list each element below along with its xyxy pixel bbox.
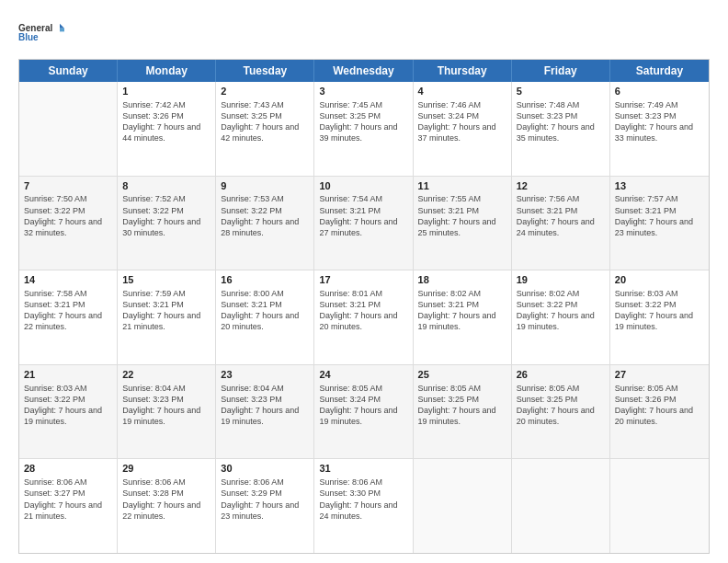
cal-cell-16: 16 Sunrise: 8:00 AMSunset: 3:21 PMDaylig… <box>216 270 314 364</box>
cal-cell-10: 10 Sunrise: 7:54 AMSunset: 3:21 PMDaylig… <box>314 177 413 270</box>
cell-info: Sunrise: 7:43 AMSunset: 3:25 PMDaylight:… <box>221 99 309 144</box>
cell-info: Sunrise: 8:05 AMSunset: 3:24 PMDaylight:… <box>319 383 407 428</box>
day-number: 25 <box>418 368 506 382</box>
day-number: 12 <box>517 179 605 193</box>
day-number: 26 <box>517 368 605 382</box>
cell-info: Sunrise: 8:00 AMSunset: 3:21 PMDaylight:… <box>221 288 309 333</box>
cal-cell-18: 18 Sunrise: 8:02 AMSunset: 3:21 PMDaylig… <box>414 270 512 364</box>
cell-info: Sunrise: 8:05 AMSunset: 3:25 PMDaylight:… <box>418 383 506 428</box>
logo-svg: General Blue <box>18 15 64 50</box>
cell-info: Sunrise: 7:57 AMSunset: 3:21 PMDaylight:… <box>615 193 704 238</box>
cal-row-1: 7 Sunrise: 7:50 AMSunset: 3:22 PMDayligh… <box>19 177 709 271</box>
cell-info: Sunrise: 7:45 AMSunset: 3:25 PMDaylight:… <box>319 99 407 144</box>
day-number: 31 <box>319 462 407 476</box>
day-number: 20 <box>615 273 704 287</box>
cal-cell-empty-4-5 <box>512 459 610 553</box>
cell-info: Sunrise: 8:03 AMSunset: 3:22 PMDaylight:… <box>24 383 112 428</box>
cell-info: Sunrise: 7:55 AMSunset: 3:21 PMDaylight:… <box>418 193 506 238</box>
cal-cell-27: 27 Sunrise: 8:05 AMSunset: 3:26 PMDaylig… <box>610 365 709 459</box>
cell-info: Sunrise: 7:59 AMSunset: 3:21 PMDaylight:… <box>122 288 210 333</box>
cal-cell-empty-4-4 <box>414 459 512 553</box>
day-number: 2 <box>221 85 309 98</box>
cal-cell-28: 28 Sunrise: 8:06 AMSunset: 3:27 PMDaylig… <box>19 459 118 553</box>
day-header-saturday: Saturday <box>610 60 709 82</box>
day-number: 24 <box>319 368 407 382</box>
day-number: 27 <box>615 368 704 382</box>
cal-row-4: 28 Sunrise: 8:06 AMSunset: 3:27 PMDaylig… <box>19 459 709 553</box>
cal-cell-20: 20 Sunrise: 8:03 AMSunset: 3:22 PMDaylig… <box>610 270 709 364</box>
cal-cell-12: 12 Sunrise: 7:56 AMSunset: 3:21 PMDaylig… <box>512 177 610 270</box>
page: General Blue SundayMondayTuesdayWednesda… <box>0 0 728 563</box>
day-header-sunday: Sunday <box>19 60 118 82</box>
day-header-tuesday: Tuesday <box>216 60 314 82</box>
cell-info: Sunrise: 8:02 AMSunset: 3:21 PMDaylight:… <box>418 288 506 333</box>
cal-row-3: 21 Sunrise: 8:03 AMSunset: 3:22 PMDaylig… <box>19 365 709 460</box>
cell-info: Sunrise: 8:04 AMSunset: 3:23 PMDaylight:… <box>122 383 210 428</box>
day-number: 16 <box>221 273 309 287</box>
day-header-monday: Monday <box>118 60 216 82</box>
cal-cell-2: 2 Sunrise: 7:43 AMSunset: 3:25 PMDayligh… <box>216 82 314 176</box>
day-number: 29 <box>122 462 210 476</box>
cell-info: Sunrise: 7:49 AMSunset: 3:23 PMDaylight:… <box>615 99 704 144</box>
cal-cell-empty-4-6 <box>610 459 709 553</box>
cell-info: Sunrise: 8:01 AMSunset: 3:21 PMDaylight:… <box>319 288 407 333</box>
header: General Blue <box>18 15 710 50</box>
day-number: 21 <box>24 368 112 382</box>
cal-cell-11: 11 Sunrise: 7:55 AMSunset: 3:21 PMDaylig… <box>414 177 512 270</box>
cal-cell-30: 30 Sunrise: 8:06 AMSunset: 3:29 PMDaylig… <box>216 459 314 553</box>
cal-cell-31: 31 Sunrise: 8:06 AMSunset: 3:30 PMDaylig… <box>314 459 413 553</box>
day-number: 3 <box>319 85 407 98</box>
cal-cell-17: 17 Sunrise: 8:01 AMSunset: 3:21 PMDaylig… <box>314 270 413 364</box>
day-number: 17 <box>319 273 407 287</box>
cell-info: Sunrise: 7:56 AMSunset: 3:21 PMDaylight:… <box>517 193 605 238</box>
day-number: 13 <box>615 179 704 193</box>
cal-cell-5: 5 Sunrise: 7:48 AMSunset: 3:23 PMDayligh… <box>512 82 610 176</box>
cell-info: Sunrise: 7:52 AMSunset: 3:22 PMDaylight:… <box>122 193 210 238</box>
cal-cell-29: 29 Sunrise: 8:06 AMSunset: 3:28 PMDaylig… <box>118 459 216 553</box>
calendar: SundayMondayTuesdayWednesdayThursdayFrid… <box>18 59 710 554</box>
calendar-header: SundayMondayTuesdayWednesdayThursdayFrid… <box>19 60 709 82</box>
cal-cell-1: 1 Sunrise: 7:42 AMSunset: 3:26 PMDayligh… <box>118 82 216 176</box>
cal-cell-24: 24 Sunrise: 8:05 AMSunset: 3:24 PMDaylig… <box>314 365 413 459</box>
cal-row-0: 1 Sunrise: 7:42 AMSunset: 3:26 PMDayligh… <box>19 82 709 177</box>
day-number: 28 <box>24 462 112 476</box>
svg-text:Blue: Blue <box>18 32 39 42</box>
day-number: 5 <box>517 85 605 98</box>
cal-cell-21: 21 Sunrise: 8:03 AMSunset: 3:22 PMDaylig… <box>19 365 118 459</box>
cal-cell-4: 4 Sunrise: 7:46 AMSunset: 3:24 PMDayligh… <box>414 82 512 176</box>
cell-info: Sunrise: 7:53 AMSunset: 3:22 PMDaylight:… <box>221 193 309 238</box>
day-header-thursday: Thursday <box>414 60 512 82</box>
cell-info: Sunrise: 8:05 AMSunset: 3:26 PMDaylight:… <box>615 383 704 428</box>
cell-info: Sunrise: 8:05 AMSunset: 3:25 PMDaylight:… <box>517 383 605 428</box>
cal-cell-6: 6 Sunrise: 7:49 AMSunset: 3:23 PMDayligh… <box>610 82 709 176</box>
cal-cell-15: 15 Sunrise: 7:59 AMSunset: 3:21 PMDaylig… <box>118 270 216 364</box>
calendar-body: 1 Sunrise: 7:42 AMSunset: 3:26 PMDayligh… <box>19 82 709 553</box>
day-number: 11 <box>418 179 506 193</box>
cell-info: Sunrise: 8:04 AMSunset: 3:23 PMDaylight:… <box>221 383 309 428</box>
cal-cell-empty-0-0 <box>19 82 118 176</box>
cal-row-2: 14 Sunrise: 7:58 AMSunset: 3:21 PMDaylig… <box>19 270 709 365</box>
day-number: 18 <box>418 273 506 287</box>
cell-info: Sunrise: 7:46 AMSunset: 3:24 PMDaylight:… <box>418 99 506 144</box>
cell-info: Sunrise: 7:58 AMSunset: 3:21 PMDaylight:… <box>24 288 112 333</box>
day-header-wednesday: Wednesday <box>314 60 413 82</box>
cell-info: Sunrise: 8:06 AMSunset: 3:29 PMDaylight:… <box>221 477 309 522</box>
day-number: 7 <box>24 179 112 193</box>
cal-cell-19: 19 Sunrise: 8:02 AMSunset: 3:22 PMDaylig… <box>512 270 610 364</box>
cell-info: Sunrise: 8:06 AMSunset: 3:30 PMDaylight:… <box>319 477 407 522</box>
cal-cell-8: 8 Sunrise: 7:52 AMSunset: 3:22 PMDayligh… <box>118 177 216 270</box>
svg-text:General: General <box>18 23 52 33</box>
cell-info: Sunrise: 7:50 AMSunset: 3:22 PMDaylight:… <box>24 193 112 238</box>
cal-cell-14: 14 Sunrise: 7:58 AMSunset: 3:21 PMDaylig… <box>19 270 118 364</box>
day-number: 10 <box>319 179 407 193</box>
day-number: 23 <box>221 368 309 382</box>
day-number: 6 <box>615 85 704 98</box>
svg-rect-3 <box>60 29 64 32</box>
cal-cell-23: 23 Sunrise: 8:04 AMSunset: 3:23 PMDaylig… <box>216 365 314 459</box>
day-header-friday: Friday <box>512 60 610 82</box>
day-number: 22 <box>122 368 210 382</box>
cal-cell-22: 22 Sunrise: 8:04 AMSunset: 3:23 PMDaylig… <box>118 365 216 459</box>
cell-info: Sunrise: 8:06 AMSunset: 3:28 PMDaylight:… <box>122 477 210 522</box>
day-number: 1 <box>122 85 210 98</box>
cal-cell-25: 25 Sunrise: 8:05 AMSunset: 3:25 PMDaylig… <box>414 365 512 459</box>
